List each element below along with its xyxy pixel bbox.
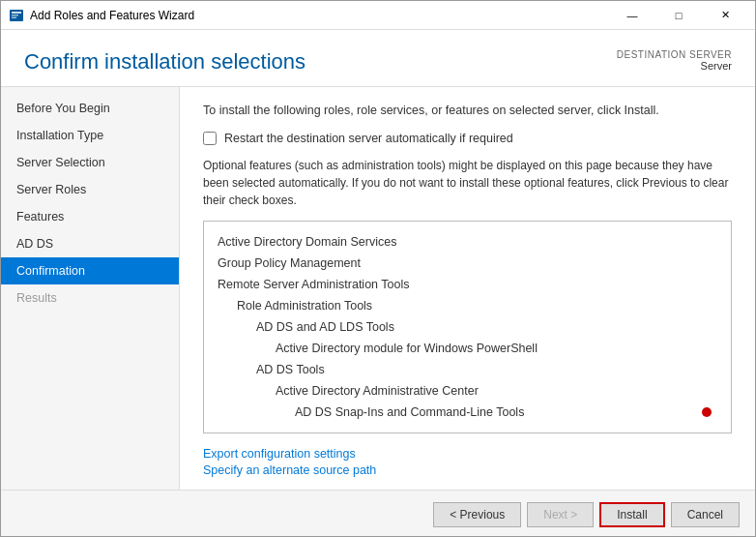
feature-item-3: Role Administration Tools [218, 295, 717, 316]
sidebar-item-installation-type[interactable]: Installation Type [1, 122, 179, 149]
wizard-body: Before You Begin Installation Type Serve… [1, 87, 755, 490]
destination-value: Server [617, 60, 732, 72]
wizard-header: Confirm installation selections DESTINAT… [1, 30, 755, 87]
red-dot-indicator [702, 407, 712, 417]
destination-server: DESTINATION SERVER Server [617, 49, 732, 72]
svg-rect-2 [12, 15, 18, 16]
feature-item-5: Active Directory module for Windows Powe… [218, 338, 717, 359]
wizard-icon [9, 8, 24, 23]
sidebar-item-features[interactable]: Features [1, 203, 179, 230]
feature-item-8: AD DS Snap-Ins and Command-Line Tools [218, 402, 717, 423]
sidebar-item-confirmation[interactable]: Confirmation [1, 257, 179, 284]
export-config-link[interactable]: Export configuration settings [203, 447, 732, 461]
titlebar: Add Roles and Features Wizard — □ ✕ [1, 1, 755, 30]
optional-note: Optional features (such as administratio… [203, 157, 732, 209]
sidebar-item-ad-ds[interactable]: AD DS [1, 230, 179, 257]
titlebar-controls: — □ ✕ [610, 1, 747, 30]
next-button[interactable]: Next > [527, 502, 594, 527]
instruction-text: To install the following roles, role ser… [203, 103, 732, 120]
sidebar-item-server-roles[interactable]: Server Roles [1, 176, 179, 203]
titlebar-title: Add Roles and Features Wizard [30, 9, 610, 22]
close-button[interactable]: ✕ [703, 1, 747, 30]
restart-checkbox-row: Restart the destination server automatic… [203, 132, 732, 145]
wizard-footer: < Previous Next > Install Cancel [1, 490, 755, 537]
feature-item-1: Group Policy Management [218, 253, 717, 274]
sidebar-item-before-you-begin[interactable]: Before You Begin [1, 95, 179, 122]
svg-rect-3 [12, 16, 16, 18]
cancel-button[interactable]: Cancel [671, 502, 740, 527]
previous-button[interactable]: < Previous [433, 502, 521, 527]
feature-item-0: Active Directory Domain Services [218, 231, 717, 253]
sidebar: Before You Begin Installation Type Serve… [1, 87, 180, 490]
destination-label: DESTINATION SERVER [617, 49, 732, 60]
svg-rect-1 [12, 12, 21, 14]
sidebar-item-server-selection[interactable]: Server Selection [1, 149, 179, 176]
restart-checkbox-label: Restart the destination server automatic… [224, 132, 513, 145]
feature-item-4: AD DS and AD LDS Tools [218, 316, 717, 338]
page-title: Confirm installation selections [24, 49, 305, 75]
feature-item-6: AD DS Tools [218, 359, 717, 380]
maximize-button[interactable]: □ [656, 1, 701, 30]
main-content: To install the following roles, role ser… [180, 87, 755, 490]
restart-checkbox[interactable] [203, 132, 217, 145]
feature-item-2: Remote Server Administration Tools [218, 274, 717, 295]
minimize-button[interactable]: — [610, 1, 654, 30]
feature-item-7: Active Directory Administrative Center [218, 380, 717, 402]
links-section: Export configuration settings Specify an… [203, 447, 732, 477]
wizard: Confirm installation selections DESTINAT… [1, 30, 755, 537]
feature-list-box: Active Directory Domain Services Group P… [203, 221, 732, 433]
install-button[interactable]: Install [599, 502, 664, 527]
sidebar-item-results: Results [1, 284, 179, 312]
alternate-source-link[interactable]: Specify an alternate source path [203, 463, 732, 477]
